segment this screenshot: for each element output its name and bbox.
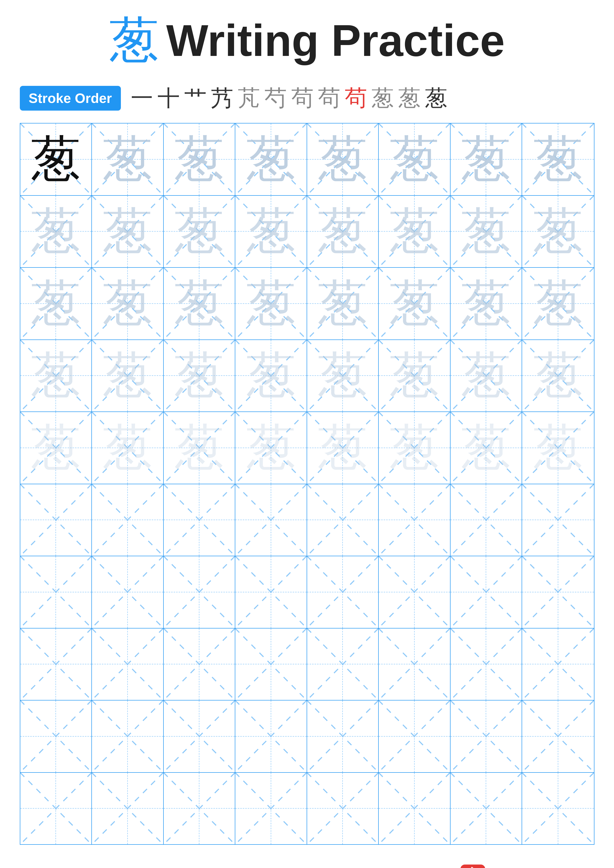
grid-cell[interactable]: 葱 [522,340,594,412]
practice-char: 葱 [318,207,367,256]
grid-cell[interactable] [20,484,92,556]
grid-cell[interactable]: 葱 [379,124,451,195]
grid-cell[interactable] [307,556,379,628]
grid-cell[interactable] [92,773,164,845]
grid-cell[interactable] [522,701,594,772]
stroke-8: 茍 [318,87,340,109]
grid-cell[interactable]: 葱 [92,412,164,484]
grid-cell[interactable]: 葱 [20,124,92,195]
grid-cell[interactable] [522,773,594,845]
footer: https://www.strokeorder.com/chinese/葱 字 … [20,865,594,868]
grid-row-9 [20,701,594,773]
grid-cell[interactable] [307,484,379,556]
grid-cell[interactable] [164,701,236,772]
grid-cell[interactable]: 葱 [235,124,307,195]
stroke-5: 芃 [238,87,260,109]
grid-cell[interactable]: 葱 [92,124,164,195]
grid-cell[interactable]: 葱 [451,124,522,195]
practice-char: 葱 [461,279,511,329]
grid-cell[interactable] [379,628,451,700]
grid-cell[interactable] [164,773,236,845]
grid-cell[interactable] [235,484,307,556]
grid-cell[interactable] [379,773,451,845]
grid-cell[interactable]: 葱 [307,124,379,195]
grid-cell[interactable] [92,701,164,772]
grid-cell[interactable] [307,701,379,772]
grid-cell[interactable] [164,628,236,700]
grid-cell[interactable] [522,484,594,556]
grid-cell[interactable]: 葱 [20,412,92,484]
grid-cell[interactable] [92,556,164,628]
grid-cell[interactable] [451,556,522,628]
practice-char: 葱 [246,423,296,473]
grid-cell[interactable]: 葱 [92,196,164,268]
stroke-sequence: 一 十 艹 艿 芃 芍 茍 茍 茍 葱 葱 葱 [131,87,447,109]
grid-row-2: 葱 葱 葱 葱 葱 葱 葱 [20,196,594,268]
grid-cell[interactable] [92,484,164,556]
grid-cell[interactable]: 葱 [307,412,379,484]
grid-cell[interactable]: 葱 [235,412,307,484]
practice-char: 葱 [246,279,296,329]
grid-cell[interactable] [379,484,451,556]
grid-cell[interactable] [20,773,92,845]
practice-char: 葱 [533,423,583,473]
grid-cell[interactable] [92,628,164,700]
grid-cell[interactable]: 葱 [379,340,451,412]
grid-cell[interactable] [235,556,307,628]
grid-cell[interactable] [164,484,236,556]
grid-cell[interactable] [20,628,92,700]
grid-cell[interactable] [451,701,522,772]
grid-cell[interactable] [307,773,379,845]
stroke-3: 艹 [184,87,207,109]
grid-cell[interactable]: 葱 [235,268,307,339]
stroke-order-row: Stroke Order 一 十 艹 艿 芃 芍 茍 茍 茍 葱 葱 葱 [20,86,594,111]
footer-url[interactable]: https://www.strokeorder.com/chinese/葱 [20,867,281,868]
practice-char: 葱 [533,207,583,256]
grid-cell[interactable] [451,773,522,845]
grid-cell[interactable] [522,628,594,700]
grid-cell[interactable]: 葱 [164,124,236,195]
grid-cell[interactable] [451,628,522,700]
grid-cell[interactable]: 葱 [235,340,307,412]
grid-cell[interactable] [379,556,451,628]
grid-cell[interactable] [235,628,307,700]
grid-cell[interactable]: 葱 [164,196,236,268]
grid-cell[interactable]: 葱 [20,268,92,339]
grid-row-10 [20,773,594,845]
grid-cell[interactable] [451,484,522,556]
grid-cell[interactable]: 葱 [164,340,236,412]
practice-char: 葱 [31,351,81,400]
grid-cell[interactable]: 葱 [522,268,594,339]
grid-cell[interactable]: 葱 [522,412,594,484]
grid-cell[interactable]: 葱 [164,268,236,339]
grid-cell[interactable]: 葱 [451,340,522,412]
grid-cell[interactable] [20,556,92,628]
grid-cell[interactable] [235,701,307,772]
grid-cell[interactable]: 葱 [451,268,522,339]
grid-cell[interactable] [307,628,379,700]
grid-cell[interactable]: 葱 [307,340,379,412]
grid-cell[interactable] [20,701,92,772]
grid-cell[interactable]: 葱 [522,124,594,195]
grid-cell[interactable]: 葱 [235,196,307,268]
grid-cell[interactable]: 葱 [451,412,522,484]
practice-char: 葱 [390,423,439,473]
grid-cell[interactable]: 葱 [164,412,236,484]
grid-cell[interactable] [235,773,307,845]
practice-char: 葱 [103,423,152,473]
grid-cell[interactable] [522,556,594,628]
grid-cell[interactable]: 葱 [451,196,522,268]
grid-cell[interactable]: 葱 [522,196,594,268]
grid-cell[interactable]: 葱 [92,340,164,412]
grid-cell[interactable] [164,556,236,628]
grid-cell[interactable]: 葱 [20,196,92,268]
grid-cell[interactable]: 葱 [379,196,451,268]
grid-cell[interactable]: 葱 [92,268,164,339]
grid-cell[interactable]: 葱 [379,268,451,339]
grid-cell[interactable]: 葱 [307,268,379,339]
grid-cell[interactable]: 葱 [20,340,92,412]
grid-cell[interactable] [379,701,451,772]
grid-cell[interactable]: 葱 [379,412,451,484]
practice-char: 葱 [318,135,367,184]
grid-cell[interactable]: 葱 [307,196,379,268]
